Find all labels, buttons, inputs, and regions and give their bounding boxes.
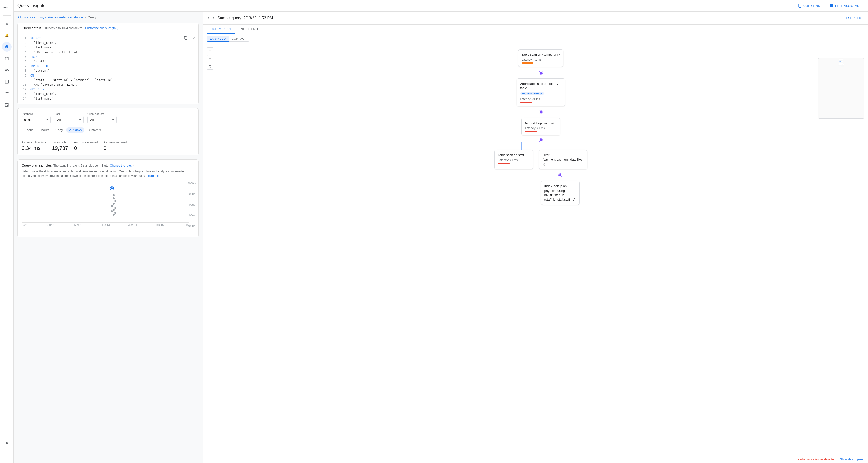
time-1hour-button[interactable]: 1 hour (22, 127, 35, 133)
minimap: Table scan on <temporary>Latency: <1 ms … (818, 58, 864, 119)
query-details-title: Query details (22, 26, 41, 30)
scatter-dot-5[interactable] (111, 205, 113, 207)
sidebar-item-expand[interactable]: › (2, 451, 12, 460)
next-sample-button[interactable]: › (212, 14, 215, 22)
performance-issues-text[interactable]: Performance issues detected! (798, 458, 836, 461)
plan-diagram: Table scan on <temporary> Latency: <1 ms… (203, 43, 868, 209)
scatter-dot-1[interactable] (113, 194, 115, 196)
scatter-dot-selected[interactable] (111, 187, 114, 190)
connector-line-2b (540, 113, 541, 118)
user-select[interactable]: All (55, 116, 84, 123)
time-6hours-button[interactable]: 6 hours (36, 127, 52, 133)
scatter-dot-7[interactable] (113, 209, 115, 211)
client-address-select[interactable]: All (88, 116, 117, 123)
copy-icon (798, 4, 802, 8)
download-icon (4, 441, 9, 446)
plan-node-nested-loop[interactable]: Nested loop inner join Latency: <1 ms (522, 118, 560, 135)
sidebar-item-download[interactable] (2, 439, 12, 449)
sidebar-item-list[interactable] (2, 88, 12, 98)
query-details-card: Query details (Truncated to 1024 charact… (18, 23, 199, 104)
query-plan-samples-header: Query plan samples (The sampling rate is… (18, 160, 198, 182)
sidebar-item-prim[interactable]: PRIM... (2, 3, 12, 12)
connector-dot-2 (539, 110, 542, 113)
query-plan-description: Select one of the dots to see a query pl… (22, 169, 194, 178)
learn-more-link[interactable]: Learn more (146, 174, 161, 177)
reset-zoom-button[interactable] (207, 63, 214, 70)
copy-link-button[interactable]: COPY LINK (795, 2, 823, 9)
prev-sample-button[interactable]: ‹ (207, 14, 210, 22)
scatter-dot-9[interactable] (114, 212, 116, 214)
expand-icon: › (6, 454, 7, 457)
sidebar-item-alerts[interactable]: 🔔 (2, 30, 12, 40)
index-lookup-container: Index lookup on payment using idx_fk_sta… (502, 181, 580, 205)
highest-latency-badge: Highest latency (520, 92, 544, 95)
table-icon (4, 79, 9, 84)
time-custom-button[interactable]: Custom ▾ (85, 127, 103, 133)
code-line-4: 4 SUM( `amount` ) AS `total` (22, 50, 194, 55)
zoom-controls: + − (207, 47, 214, 70)
replication-icon (4, 102, 9, 107)
code-line-3: 3 `last_name`, (22, 45, 194, 50)
plan-node-table-scan-temp[interactable]: Table scan on <temporary> Latency: <1 ms (518, 49, 564, 67)
copy-code-button[interactable] (183, 35, 189, 42)
y-label-400: 400us (188, 214, 196, 217)
code-actions (183, 35, 196, 42)
code-line-12: 12GROUP BY (22, 87, 194, 92)
node-title-3: Nested loop inner join (525, 121, 557, 126)
scatter-dot-8[interactable] (111, 210, 113, 212)
help-assistant-button[interactable]: HELP ASSISTANT (827, 2, 864, 9)
database-select[interactable]: sakila (22, 116, 51, 123)
stat-avg-rows-returned: Avg rows returned 0 (103, 141, 127, 151)
tab-end-to-end[interactable]: END TO END (235, 25, 262, 34)
compact-view-button[interactable]: COMPACT (229, 36, 249, 42)
branch-connector (502, 135, 580, 150)
zoom-in-button[interactable]: + (207, 47, 214, 54)
user-filter: User All (55, 112, 84, 123)
plan-node-table-scan-staff[interactable]: Table scan on staff Latency: <1 ms (494, 150, 533, 169)
scatter-dot-6[interactable] (114, 207, 116, 209)
breadcrumb-all-instances[interactable]: All instances (18, 15, 35, 19)
prim-label: PRIM... (3, 6, 11, 9)
node-title-2: Aggregate using temporary table (520, 81, 561, 90)
show-debug-panel-link[interactable]: Show debug panel (840, 458, 864, 461)
tab-query-plan[interactable]: QUERY PLAN (207, 25, 235, 34)
sidebar-item-dashboard[interactable]: ⊞ (2, 19, 12, 28)
fullscreen-button[interactable]: FULLSCREEN (837, 15, 864, 21)
change-rate-link[interactable]: Change the rate. (110, 164, 131, 167)
stat-avg-execution: Avg execution time 0.34 ms (22, 141, 46, 151)
code-line-9: 9ON (22, 73, 194, 78)
code-line-11: 11 AND `payment_date` LIKE ? (22, 82, 194, 87)
query-plan-samples-card: Query plan samples (The sampling rate is… (18, 159, 199, 237)
plan-node-index-lookup[interactable]: Index lookup on payment using idx_fk_sta… (541, 181, 580, 205)
time-7days-button[interactable]: ✓ 7 days (66, 127, 84, 133)
time-1day-button[interactable]: 1 day (53, 127, 65, 133)
scatter-dot-3[interactable] (114, 200, 116, 202)
scatter-dot-4[interactable] (113, 203, 115, 205)
query-details-header: Query details (Truncated to 1024 charact… (18, 23, 198, 33)
main-content: Query insights COPY LINK HELP ASSISTANT … (13, 0, 868, 463)
list-icon (4, 91, 9, 96)
sidebar: PRIM... ⊞ 🔔 › (0, 0, 13, 463)
zoom-out-button[interactable]: − (207, 55, 214, 62)
scatter-dot-2[interactable] (113, 197, 115, 199)
close-code-button[interactable] (191, 35, 196, 42)
node-title-4a: Table scan on staff (498, 153, 529, 157)
stat-times-called-value: 19,737 (52, 145, 68, 151)
time-range-selector: 1 hour 6 hours 1 day ✓ 7 days Custom ▾ (18, 127, 198, 137)
sidebar-item-replication[interactable] (2, 100, 12, 110)
stat-avg-rows-scanned-value: 0 (74, 145, 98, 151)
stat-avg-rows-returned-value: 0 (103, 145, 127, 151)
breadcrumb-instance[interactable]: mysql-instance-demo-instance (40, 15, 83, 19)
customize-query-length-link[interactable]: Customize query length. ) (85, 26, 118, 30)
filter-to-index-connector (502, 169, 580, 181)
sidebar-item-users[interactable] (2, 65, 12, 75)
sidebar-item-table[interactable] (2, 77, 12, 87)
sidebar-item-insights[interactable] (2, 42, 12, 52)
scatter-dot-10[interactable] (113, 213, 115, 216)
sidebar-item-routing[interactable] (2, 54, 12, 63)
plan-node-filter[interactable]: Filter: (payment.payment_date like ?) (539, 150, 587, 169)
expanded-view-button[interactable]: EXPANDED (207, 36, 229, 42)
sample-query-title: Sample query: 9/13/22, 1:53 PM (217, 16, 836, 20)
plan-node-aggregate[interactable]: Aggregate using temporary table Highest … (517, 78, 565, 106)
code-block: 1SELECT 2 `first_name`, 3 `last_name`, 4… (18, 33, 198, 104)
